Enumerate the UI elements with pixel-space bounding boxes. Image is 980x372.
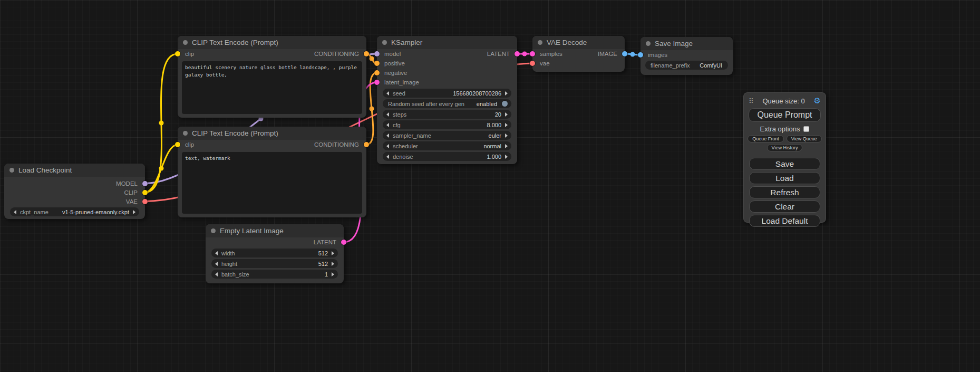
load-button[interactable]: Load [749,172,820,184]
input-slot-latent-image[interactable] [374,80,380,85]
node-title-bar[interactable]: CLIP Text Encode (Prompt) [178,127,366,140]
widget-label: height [221,261,237,267]
increment-arrow-icon[interactable] [332,251,334,255]
widget-scheduler[interactable]: scheduler normal [383,141,511,150]
node-title-bar[interactable]: Load Checkpoint [4,164,145,177]
node-vae-decode[interactable]: VAE Decode samples IMAGE vae [532,36,625,72]
node-ksampler[interactable]: KSampler model LATENT positive negative … [377,36,517,164]
decrement-arrow-icon[interactable] [386,133,389,138]
input-slot-clip[interactable] [175,51,180,56]
widget-width[interactable]: width 512 [211,249,338,257]
output-slot-label-model: MODEL [116,180,138,187]
output-slot-vae[interactable] [142,199,148,204]
input-slot-images[interactable] [638,52,643,58]
decrement-arrow-icon[interactable] [386,112,389,117]
input-slot-label-vae: vae [540,60,550,66]
settings-gear-icon[interactable] [814,96,821,106]
load-default-button[interactable]: Load Default [749,215,820,227]
increment-arrow-icon[interactable] [332,262,334,266]
decrement-arrow-icon[interactable] [386,123,389,127]
wire-dot [370,56,374,61]
widget-seed[interactable]: seed 156680208700286 [383,89,511,98]
output-slot-latent[interactable] [341,240,346,245]
node-empty-latent-image[interactable]: Empty Latent Image LATENT width 512 heig… [206,224,344,283]
widget-batch-size[interactable]: batch_size 1 [211,270,338,279]
refresh-button[interactable]: Refresh [749,186,820,198]
widget-steps[interactable]: steps 20 [383,110,511,119]
node-save-image[interactable]: Save Image images filename_prefix ComfyU… [641,37,733,75]
collapse-dot[interactable] [211,228,216,233]
input-slot-vae[interactable] [530,61,535,66]
increment-arrow-icon[interactable] [505,112,508,117]
prompt-textarea[interactable]: text, watermark [182,152,362,214]
widget-value: 512 [318,250,328,256]
view-queue-button[interactable]: View Queue [787,135,822,142]
clear-button[interactable]: Clear [749,201,820,213]
input-slot-model[interactable] [374,51,380,56]
widget-label: Random seed after every gen [388,101,464,107]
save-button[interactable]: Save [749,158,820,170]
prompt-textarea[interactable]: beautiful scenery nature glass bottle la… [182,61,362,114]
decrement-arrow-icon[interactable] [386,155,389,159]
output-slot-conditioning[interactable] [364,142,369,147]
widget-value: enabled [477,101,497,107]
node-load-checkpoint[interactable]: Load Checkpoint MODEL CLIP VAE ckpt_name… [4,164,145,219]
node-title: CLIP Text Encode (Prompt) [192,39,278,46]
increment-arrow-icon[interactable] [505,155,508,159]
input-slot-negative[interactable] [374,70,380,75]
collapse-dot[interactable] [382,40,387,45]
widget-label: scheduler [393,143,418,149]
decrement-arrow-icon[interactable] [14,210,16,214]
queue-prompt-button[interactable]: Queue Prompt [749,108,821,122]
node-title-bar[interactable]: Empty Latent Image [206,224,344,237]
widget-value: 1.000 [487,154,501,160]
node-title-bar[interactable]: Save Image [641,37,733,50]
output-slot-clip[interactable] [142,190,148,195]
output-slot-image[interactable] [622,51,627,56]
collapse-dot[interactable] [646,41,651,46]
decrement-arrow-icon[interactable] [386,144,389,148]
node-clip-text-encode-positive[interactable]: CLIP Text Encode (Prompt) clip CONDITION… [178,36,366,118]
widget-sampler-name[interactable]: sampler_name euler [383,131,511,140]
view-history-button[interactable]: View History [767,144,803,151]
increment-arrow-icon[interactable] [505,91,508,96]
decrement-arrow-icon[interactable] [215,251,218,255]
widget-random-seed-toggle[interactable]: Random seed after every gen enabled [383,99,511,108]
node-graph-canvas[interactable]: Load Checkpoint MODEL CLIP VAE ckpt_name… [0,0,980,372]
widget-ckpt-name[interactable]: ckpt_name v1-5-pruned-emaonly.ckpt [10,207,139,216]
widget-value: 20 [495,111,501,118]
decrement-arrow-icon[interactable] [215,272,218,276]
input-slot-positive[interactable] [374,61,380,66]
collapse-dot[interactable] [9,168,14,173]
widget-filename-prefix[interactable]: filename_prefix ComfyUI [645,61,728,70]
output-slot-latent[interactable] [515,51,520,56]
node-title-bar[interactable]: VAE Decode [532,36,625,49]
node-clip-text-encode-negative[interactable]: CLIP Text Encode (Prompt) clip CONDITION… [178,127,366,217]
widget-height[interactable]: height 512 [211,259,338,268]
output-slot-label-latent: LATENT [314,239,336,245]
queue-menu-panel[interactable]: Queue size: 0 Queue Prompt Extra options… [743,92,826,223]
node-title-bar[interactable]: KSampler [377,36,517,49]
input-slot-samples[interactable] [530,51,535,56]
node-title-bar[interactable]: CLIP Text Encode (Prompt) [178,36,366,49]
drag-handle-icon[interactable] [749,96,754,106]
widget-denoise[interactable]: denoise 1.000 [383,152,511,161]
input-slot-clip[interactable] [175,142,180,147]
output-slot-conditioning[interactable] [364,51,369,56]
decrement-arrow-icon[interactable] [215,262,218,266]
increment-arrow-icon[interactable] [133,210,135,214]
collapse-dot[interactable] [538,40,542,45]
output-slot-model[interactable] [142,181,148,186]
queue-front-button[interactable]: Queue Front [748,135,784,142]
toggle-dot-icon[interactable] [502,101,508,107]
increment-arrow-icon[interactable] [505,144,508,148]
widget-cfg[interactable]: cfg 8.000 [383,120,511,129]
collapse-dot[interactable] [183,40,188,45]
increment-arrow-icon[interactable] [332,272,334,276]
extra-options-checkbox[interactable] [803,126,809,132]
increment-arrow-icon[interactable] [505,133,508,138]
increment-arrow-icon[interactable] [505,123,508,127]
collapse-dot[interactable] [183,131,188,136]
decrement-arrow-icon[interactable] [386,91,389,96]
queue-size-label: Queue size: 0 [762,97,804,105]
